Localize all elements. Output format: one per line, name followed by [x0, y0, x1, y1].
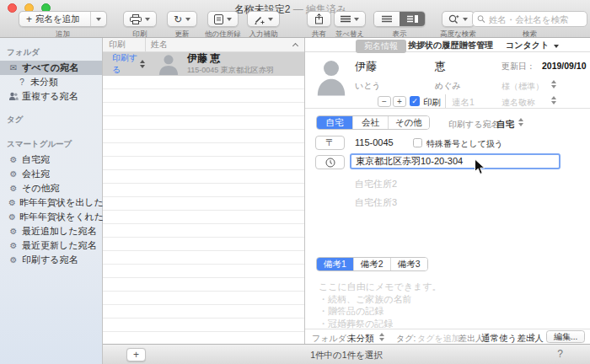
remove-joint-name-button[interactable]: − [378, 96, 391, 107]
joint-name-field[interactable]: 連名1 [452, 97, 475, 109]
sidebar-item-smart-received-last-year[interactable]: ⚙昨年年賀状をくれた人 [0, 210, 102, 224]
sidebar-item-smart-work[interactable]: ⚙会社宛 [0, 167, 102, 181]
honorific-select[interactable]: 様（標準） [502, 81, 544, 93]
add-joint-name-button[interactable]: + [393, 96, 406, 107]
gear-icon: ⚙ [8, 241, 19, 250]
input-assist-button[interactable] [247, 11, 280, 27]
folder-stepper[interactable] [379, 333, 384, 341]
special-number-checkbox[interactable] [413, 138, 422, 147]
mouse-cursor [474, 158, 485, 175]
last-name-field[interactable]: 伊藤 [355, 59, 377, 74]
folder-label: フォルダ: [312, 333, 349, 345]
chevron-down-icon [227, 18, 232, 21]
question-icon: ? [17, 78, 27, 87]
address-line1-input[interactable] [350, 153, 560, 169]
share-button[interactable] [307, 11, 331, 27]
address-line3-field[interactable]: 自宅住所3 [355, 196, 397, 209]
special-number-label: 特殊番号として扱う [426, 138, 503, 150]
row-address: 115-0045 東京都北区赤羽 [187, 65, 274, 76]
empty-rows [103, 76, 304, 344]
first-name-field[interactable]: 恵 [435, 59, 446, 74]
plus-icon: + [26, 14, 32, 24]
folder-value[interactable]: 未分類 [347, 333, 374, 345]
advanced-search-group: 高度な検索 [440, 11, 476, 40]
sidebar-item-label: 昨年年賀状をくれた人 [19, 211, 113, 223]
first-kana-field[interactable]: めぐみ [435, 80, 461, 92]
tab-address-info[interactable]: 宛名情報 [356, 40, 406, 53]
tab-note2[interactable]: 備考2 [353, 258, 390, 270]
sender-stepper[interactable] [530, 333, 535, 341]
plus-icon: + [397, 98, 402, 106]
updated-date: 2019/09/10 [542, 61, 587, 71]
sidebar-item-smart-other[interactable]: ⚙その他宛 [0, 181, 102, 195]
tab-note1[interactable]: 備考1 [317, 258, 353, 270]
print-destination-value[interactable]: 自宅 [496, 119, 514, 131]
row-print-status[interactable]: 印刷する [103, 52, 140, 76]
print-button[interactable] [123, 11, 157, 27]
sidebar-item-all-addresses[interactable]: ✉ すべての宛名 [0, 61, 102, 75]
add-group: +宛名を追加 追加 [19, 11, 107, 40]
sidebar-item-smart-recently-updated[interactable]: ⚙最近更新した宛名 [0, 238, 102, 253]
postal-code-field[interactable]: 115-0045 [355, 137, 394, 147]
detail-tabbar: 宛名情報 挨拶状の履歴 贈答管理 コンタクト [305, 38, 590, 52]
tab-other-address[interactable]: その他 [388, 116, 429, 129]
sidebar-item-label: 会社宛 [22, 168, 50, 180]
tag-label: タグ: [396, 333, 416, 345]
gear-icon: ⚙ [8, 198, 16, 207]
address-list: 印刷 姓名 印刷する 伊藤 恵 115-0045 東京都北区赤羽 [103, 38, 305, 344]
tab-gift-management[interactable]: 贈答管理 [459, 40, 493, 51]
joint-honorific-select[interactable]: 連名敬称 [502, 97, 535, 109]
add-dropdown[interactable] [90, 12, 106, 26]
search-icon [477, 14, 485, 24]
printer-icon [130, 14, 142, 24]
notes-textarea[interactable]: ここに自由にメモできます。 ・続柄、ご家族の名前 ・贈答品の記録 ・冠婚葬祭の記… [319, 281, 442, 329]
tab-note3[interactable]: 備考3 [390, 258, 427, 270]
postal-lookup-button[interactable]: 〒 [315, 136, 345, 150]
search-input[interactable] [489, 14, 582, 24]
tab-work-address[interactable]: 会社 [352, 116, 388, 129]
chevron-down-icon [554, 45, 559, 48]
print-group: 印刷 [123, 11, 157, 40]
sort-button[interactable] [334, 11, 366, 27]
list-row-selected[interactable]: 印刷する 伊藤 恵 115-0045 東京都北区赤羽 [103, 52, 304, 76]
column-print[interactable]: 印刷 [103, 39, 145, 51]
advanced-search-button[interactable] [442, 11, 475, 27]
sidebar-item-smart-sent-last-year[interactable]: ⚙昨年年賀状を出した人 [0, 195, 102, 210]
history-lookup-button[interactable] [315, 155, 345, 169]
view-split-segment[interactable] [400, 12, 425, 26]
tab-contacts[interactable]: コンタクト [506, 40, 559, 51]
view-list-segment[interactable] [374, 12, 400, 26]
sidebar-item-smart-to-print[interactable]: ⚙印刷する宛名 [0, 253, 102, 267]
share-caption: 共有 [307, 29, 331, 40]
print-checkbox-label: 印刷 [423, 97, 441, 109]
print-destination-stepper[interactable] [518, 118, 523, 126]
contact-avatar[interactable] [316, 57, 346, 96]
main-area: フォルダ ✉ すべての宛名 ? 未分類 重複する宛名 タグ スマートグループ ⚙… [0, 38, 590, 364]
tag-input[interactable]: タグを追加 [417, 333, 460, 345]
add-caption: 追加 [19, 29, 107, 40]
print-caption: 印刷 [123, 29, 157, 40]
tab-greeting-history[interactable]: 挨拶状の履歴 [408, 40, 459, 51]
contact-header: 伊藤 恵 いとう めぐみ 更新日： 2019/09/10 様（標準） − + ✓… [305, 52, 590, 109]
print-checkbox[interactable]: ✓ [410, 96, 420, 106]
add-address-button[interactable]: +宛名を追加 [19, 11, 107, 27]
sidebar-item-label: すべての宛名 [22, 62, 78, 74]
clock-icon [325, 158, 335, 168]
sidebar-header-folders: フォルダ [0, 44, 102, 61]
update-button[interactable]: ↻ [167, 11, 197, 27]
other-address-books-button[interactable] [207, 11, 239, 27]
column-name[interactable]: 姓名 [145, 38, 304, 51]
joint-honorific-stepper[interactable] [551, 96, 556, 104]
sidebar-item-duplicates[interactable]: 重複する宛名 [0, 89, 102, 104]
sidebar-item-smart-home[interactable]: ⚙自宅宛 [0, 153, 102, 167]
edit-sender-button[interactable]: 編集... [546, 330, 585, 343]
last-kana-field[interactable]: いとう [355, 80, 381, 92]
honorific-stepper[interactable] [551, 80, 556, 88]
pencil-plus-icon [254, 14, 265, 24]
tab-home-address[interactable]: 自宅 [317, 116, 352, 129]
print-stepper[interactable] [140, 60, 145, 68]
sidebar-item-uncategorized[interactable]: ? 未分類 [0, 75, 102, 89]
sidebar-item-smart-recently-added[interactable]: ⚙最近追加した宛名 [0, 224, 102, 238]
help-button[interactable]: ? [557, 348, 563, 360]
address-line2-field[interactable]: 自宅住所2 [355, 178, 397, 190]
